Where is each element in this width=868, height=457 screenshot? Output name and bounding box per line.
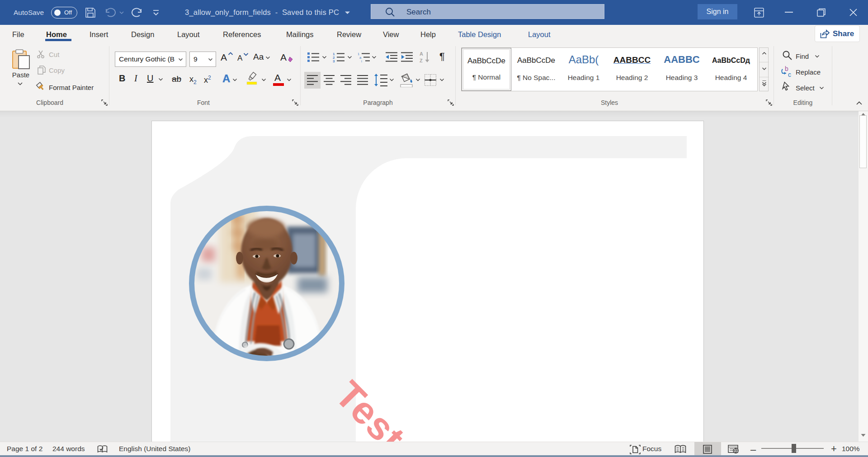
svg-text:c: c <box>788 71 791 78</box>
svg-text:Z: Z <box>420 58 423 63</box>
svg-text:i: i <box>361 59 362 62</box>
svg-text:A: A <box>420 51 423 57</box>
svg-text:3: 3 <box>333 59 335 62</box>
